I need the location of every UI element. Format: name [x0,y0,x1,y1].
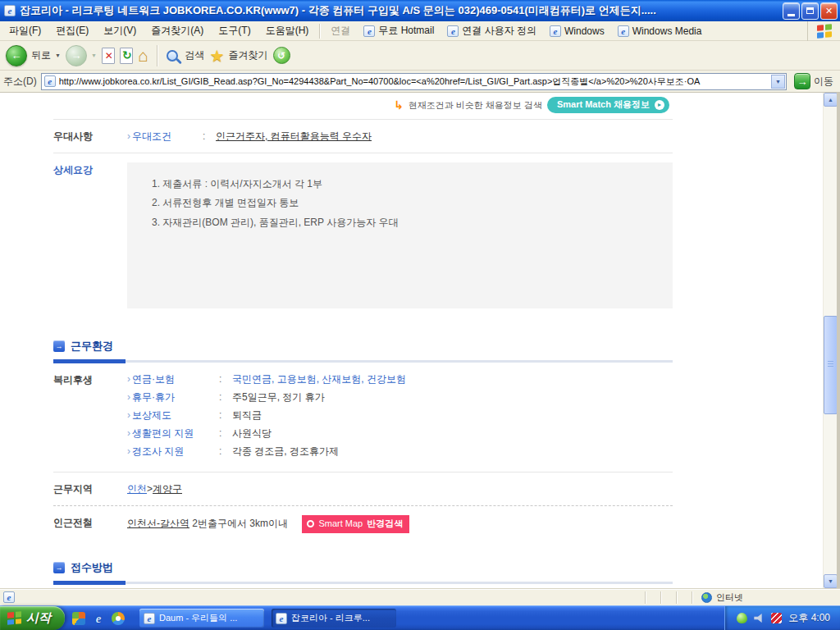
volume-icon[interactable] [754,614,765,623]
job-info-table: 우대사항 › 우대조건 : 인근거주자, 컴퓨터활용능력 우수자 상세요강 1.… [53,119,673,317]
welfare-item-name[interactable]: 생활편의 지원 [132,427,219,441]
badge-more-icon: ▸ [655,100,664,110]
smart-match-badge[interactable]: Smart Match 채용정보 ▸ [547,97,669,113]
region-link[interactable]: 인천 [127,483,147,495]
welfare-item-name[interactable]: 보상제도 [132,409,219,422]
history-button[interactable]: ↺ [273,47,290,64]
link-windows-media[interactable]: e Windows Media [611,25,709,37]
region-separator: > [147,483,153,495]
welfare-item-name[interactable]: 경조사 지원 [132,445,219,459]
title-bar: e 잡코리아 - 리크루팅 네트워크 JOBKOREA.CO.KR(www7) … [0,0,840,21]
list-item: › 생활편의 지원 : 사원식당 [127,427,673,441]
preference-row: 우대사항 › 우대조건 : 인근거주자, 컴퓨터활용능력 우수자 [53,119,673,153]
minimize-button[interactable] [783,2,800,20]
menu-view[interactable]: 보기(V) [96,21,144,41]
section-arrow-icon: → [53,562,65,573]
window-frame-edge [837,93,840,588]
smart-match-row: ↳ 현재조건과 비슷한 채용정보 검색 Smart Match 채용정보 ▸ [0,96,669,114]
back-icon: ← [6,45,27,66]
forward-button[interactable]: → ▼ [66,45,97,66]
url-dropdown-button[interactable]: ▼ [771,75,785,89]
menu-tools[interactable]: 도구(T) [211,21,258,41]
preference-value-link[interactable]: 인근거주자, 컴퓨터활용능력 우수자 [216,129,372,144]
detail-line: 2. 서류전형후 개별 면접일자 통보 [152,194,664,212]
messenger-tray-icon[interactable] [737,613,747,623]
menu-favorites[interactable]: 즐겨찾기(A) [144,21,211,41]
section-title: 접수방법 [71,560,113,575]
security-zone-panel: 인터넷 [701,591,837,604]
ie-link-icon: e [618,25,629,37]
vertical-scrollbar[interactable]: ▲ ▼ [823,93,837,588]
link-customize[interactable]: e 연결 사용자 정의 [441,24,543,38]
status-separator [692,591,693,604]
system-tray: 오후 4:00 [724,606,840,630]
home-button[interactable]: ⌂ [138,47,148,64]
media-player-icon[interactable] [112,612,125,625]
start-button[interactable]: 시작 [0,606,65,630]
job-detail-page: ↳ 현재조건과 비슷한 채용정보 검색 Smart Match 채용정보 ▸ 우… [0,93,823,588]
start-label: 시작 [26,610,51,626]
links-bar-label: 연결 [324,24,357,38]
stop-button[interactable]: ✕ [102,48,115,64]
detail-row: 상세요강 1. 제출서류 : 이력서/자지소개서 각 1부 2. 서류전형후 개… [53,153,673,317]
back-button[interactable]: ← 뒤로 ▼ [6,45,61,66]
back-dropdown-icon[interactable]: ▼ [55,52,61,58]
url-text[interactable]: http://www.jobkorea.co.kr/List_GI/GIB_Re… [59,75,768,88]
task-button-daum[interactable]: e Daum - 우리들의 ... [139,609,264,628]
welfare-item-name[interactable]: 휴무·휴가 [132,390,219,404]
link-label: Windows [564,25,605,37]
preference-label: 우대사항 [53,129,127,144]
colon: : [219,372,232,386]
link-hotmail[interactable]: e 무료 Hotmail [357,24,441,38]
status-separator [660,591,662,604]
welfare-item-name[interactable]: 연금·보험 [132,372,219,386]
restore-icon [806,7,814,14]
address-label: 주소(D) [3,75,37,89]
msn-explorer-icon[interactable] [72,612,85,625]
search-button[interactable]: 검색 [167,48,205,62]
close-button[interactable]: ✕ [820,2,838,20]
preference-name: 우대조건 [132,129,203,144]
smart-map-badge[interactable]: Smart Map 반경검색 [302,515,409,533]
link-windows[interactable]: e Windows [543,25,611,37]
restore-button[interactable] [801,2,819,20]
work-location-value: 인천>계양구 [127,482,673,496]
smart-map-brand: Smart Map [318,517,363,531]
refresh-icon: ↻ [121,48,133,62]
scrollbar-thumb[interactable] [824,316,838,414]
menu-help[interactable]: 도움말(H) [258,21,317,41]
browser-viewport: ↳ 현재조건과 비슷한 채용정보 검색 Smart Match 채용정보 ▸ 우… [0,93,840,588]
antivirus-icon[interactable] [771,613,782,623]
colon: : [219,390,232,404]
go-button[interactable]: → 이동 [791,73,837,89]
search-label: 검색 [185,48,205,62]
link-label: 무료 Hotmail [378,24,434,38]
scroll-up-button[interactable]: ▲ [824,93,838,107]
internet-explorer-icon[interactable]: e [92,612,105,625]
ie-link-icon: e [447,25,459,37]
menu-separator [319,24,321,39]
welfare-item-value: 각종 경조금, 경조휴가제 [232,445,339,459]
colon: : [219,409,232,422]
taskbar-clock[interactable]: 오후 4:00 [788,611,830,625]
subway-station-link[interactable]: 인천선-갈산역 [127,518,189,529]
list-item: › 연금·보험 : 국민연금, 고용보험, 산재보험, 건강보험 [127,372,673,386]
menu-edit[interactable]: 편집(E) [48,21,96,41]
preference-value-group: › 우대조건 : 인근거주자, 컴퓨터활용능력 우수자 [127,129,673,144]
subway-label: 인근전철 [53,515,127,533]
welfare-item-value: 사원식당 [232,427,272,441]
globe-icon [701,592,712,603]
url-input[interactable]: e http://www.jobkorea.co.kr/List_GI/GIB_… [41,73,787,90]
menu-file[interactable]: 파일(F) [2,21,48,41]
scroll-down-button[interactable]: ▼ [824,574,838,588]
task-button-jobkorea[interactable]: e 잡코리아 - 리크루... [272,609,396,628]
stop-icon: ✕ [103,50,115,62]
refresh-button[interactable]: ↻ [120,48,133,64]
favorites-button[interactable]: ★ 즐겨찾기 [210,48,268,64]
district-link[interactable]: 계양구 [153,483,182,495]
bullet-icon: › [127,445,130,459]
address-bar: 주소(D) e http://www.jobkorea.co.kr/List_G… [0,71,840,93]
go-label: 이동 [814,75,833,89]
colon: : [203,129,216,144]
star-icon: ★ [210,48,225,64]
